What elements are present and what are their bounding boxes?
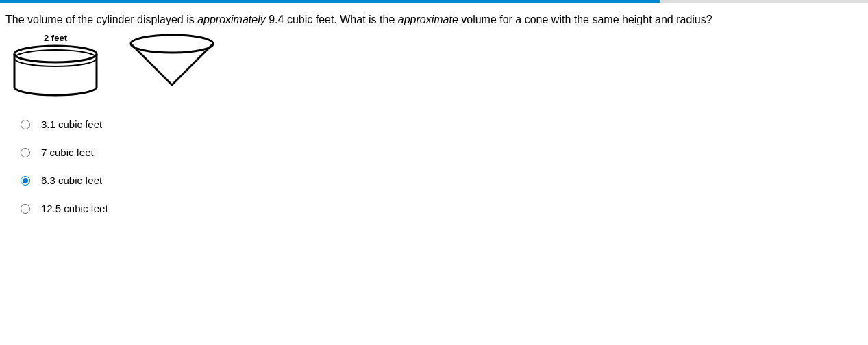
cylinder-figure: 2 feet — [11, 33, 100, 98]
question-italic-1: approximately — [197, 14, 266, 25]
progress-bar — [0, 0, 868, 3]
question-prefix: The volume of the cylinder displayed is — [5, 14, 197, 25]
radio-icon — [21, 148, 30, 157]
question-mid: 9.4 cubic feet. What is the — [266, 14, 398, 25]
question-text: The volume of the cylinder displayed is … — [5, 12, 863, 27]
options-list: 3.1 cubic feet 7 cubic feet 6.3 cubic fe… — [21, 118, 863, 214]
figures-row: 2 feet — [11, 33, 863, 98]
option-2[interactable]: 7 cubic feet — [21, 146, 863, 158]
cylinder-icon — [11, 44, 100, 98]
option-label: 3.1 cubic feet — [41, 118, 102, 130]
cone-icon — [127, 33, 216, 88]
svg-point-2 — [131, 35, 213, 53]
question-content: The volume of the cylinder displayed is … — [0, 3, 868, 240]
option-4[interactable]: 12.5 cubic feet — [21, 203, 863, 214]
radio-icon — [21, 204, 30, 214]
cone-figure — [127, 33, 216, 88]
progress-fill — [0, 0, 660, 3]
cylinder-label: 2 feet — [44, 33, 67, 43]
svg-point-1 — [14, 50, 97, 66]
svg-point-0 — [14, 46, 97, 62]
radio-icon-selected — [21, 176, 30, 186]
option-label: 12.5 cubic feet — [41, 203, 108, 214]
option-label: 7 cubic feet — [41, 146, 94, 158]
option-3[interactable]: 6.3 cubic feet — [21, 175, 863, 186]
question-italic-2: approximate — [398, 14, 458, 25]
question-suffix: volume for a cone with the same height a… — [458, 14, 712, 25]
option-label: 6.3 cubic feet — [41, 175, 102, 186]
option-1[interactable]: 3.1 cubic feet — [21, 118, 863, 130]
radio-icon — [21, 120, 30, 129]
